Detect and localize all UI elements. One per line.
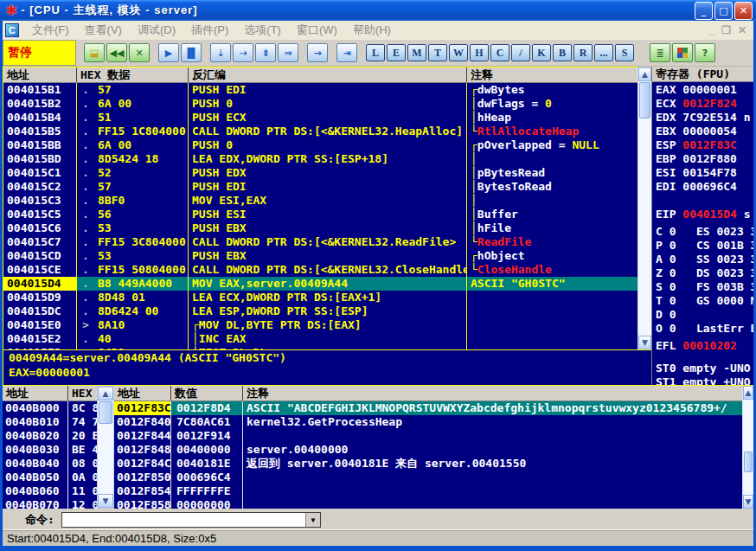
scroll-down-icon[interactable]: ▼ bbox=[638, 336, 651, 349]
disasm-row[interactable]: 004015C3.8BF0MOV ESI,EAX│ bbox=[3, 194, 637, 208]
scroll-up-icon[interactable]: ▲ bbox=[638, 67, 651, 81]
dump-row[interactable]: 0040B04008 0 bbox=[3, 457, 97, 471]
minimize-button[interactable]: _ bbox=[695, 2, 713, 20]
dump-row[interactable]: 0040B06011 0 bbox=[3, 484, 97, 498]
disasm-row[interactable]: 004015E0>8A10┌MOV DL,BYTE PTR DS:[EAX] bbox=[3, 318, 637, 332]
menu-item-选[interactable]: 选项(T) bbox=[236, 21, 289, 40]
disasm-hexbytes: .56 bbox=[77, 208, 189, 221]
disasm-row[interactable]: 004015B5.FF15 1C804000CALL DWORD PTR DS:… bbox=[3, 125, 637, 138]
register-row: EFL 00010202 bbox=[652, 339, 753, 353]
disasm-row[interactable]: 004015CD.53PUSH EBX┌hObject bbox=[3, 249, 637, 263]
menu-item-插[interactable]: 插件(P) bbox=[183, 21, 236, 40]
scroll-up-icon[interactable]: ▲ bbox=[743, 386, 753, 400]
menu-item-帮[interactable]: 帮助(H) bbox=[345, 21, 399, 40]
animate-over-button[interactable]: ⇒ bbox=[278, 43, 298, 62]
letter-button-W[interactable]: W bbox=[449, 44, 468, 61]
disasm-row[interactable]: 004015C2.57PUSH EDI│BytesToRead bbox=[3, 180, 637, 194]
dump-row[interactable]: 0040B01074 7 bbox=[3, 415, 97, 429]
letter-button-B[interactable]: B bbox=[553, 44, 572, 61]
stack-row[interactable]: 0012F85800000000 bbox=[114, 498, 742, 509]
step-into-button[interactable]: ⇣ bbox=[210, 43, 231, 62]
disasm-comment: │pBytesRead bbox=[467, 166, 637, 180]
menu-item-查[interactable]: 查看(V) bbox=[77, 21, 130, 40]
disasm-row[interactable]: 004015C5.56PUSH ESI│Buffer bbox=[3, 208, 637, 221]
stack-scrollbar[interactable]: ▲ ▼ bbox=[742, 386, 753, 509]
dump-hexbytes: 8C 8 bbox=[68, 401, 97, 415]
letter-button-H[interactable]: H bbox=[470, 44, 489, 61]
mdi-control[interactable]: ❐ bbox=[721, 24, 731, 36]
dump-row[interactable]: 0040B0008C 8 bbox=[3, 401, 97, 415]
disassembly-scrollbar[interactable]: ▲ ▼ bbox=[637, 67, 651, 349]
close-button[interactable]: ✕ bbox=[734, 2, 753, 20]
dump-scrollbar[interactable]: ▲ ▼ bbox=[97, 386, 114, 509]
disasm-row[interactable]: 004015C6.53PUSH EBX│hFile bbox=[3, 221, 637, 235]
animate-into-button[interactable]: ⇟ bbox=[255, 43, 276, 62]
restart-button[interactable]: ◀◀ bbox=[106, 43, 127, 62]
disasm-comment bbox=[467, 318, 637, 332]
maximize-button[interactable]: □ bbox=[714, 2, 733, 20]
stack-row[interactable]: 0012F84C0040181E返回到 server.0040181E 来自 s… bbox=[114, 457, 742, 471]
menu-item-调[interactable]: 调试(D) bbox=[130, 21, 183, 40]
execute-till-return-button[interactable]: ⇥ bbox=[336, 43, 357, 62]
letter-button-R[interactable]: R bbox=[573, 44, 593, 61]
disasm-row[interactable]: 004015B1.57PUSH EDI┌dwBytes bbox=[3, 83, 637, 97]
appearance-button[interactable] bbox=[672, 43, 693, 62]
disasm-row[interactable]: 004015D9.8D48 01LEA ECX,DWORD PTR DS:[EA… bbox=[3, 291, 637, 304]
menu-item-文[interactable]: 文件(F) bbox=[24, 21, 77, 40]
step-over-button[interactable]: ⇢ bbox=[233, 43, 253, 62]
run-to-selection-button[interactable]: → bbox=[307, 43, 328, 62]
disasm-row[interactable]: 004015D4.B8 449A4000MOV EAX,server.00409… bbox=[3, 277, 637, 291]
command-input[interactable] bbox=[62, 513, 305, 527]
mdi-control[interactable]: ✕ bbox=[738, 24, 746, 36]
disasm-row[interactable]: 004015C7.FF15 3C804000CALL DWORD PTR DS:… bbox=[3, 235, 637, 249]
disasm-row[interactable]: 004015B2.6A 00PUSH 0│dwFlags = 0 bbox=[3, 97, 637, 111]
close-process-button[interactable]: ✕ bbox=[129, 43, 150, 62]
stack-row[interactable]: 0012F84800400000server.00400000 bbox=[114, 443, 742, 457]
pause-button[interactable]: ▐▌ bbox=[181, 43, 202, 62]
letter-button-S[interactable]: S bbox=[615, 44, 634, 61]
command-combobox[interactable]: ▼ bbox=[61, 512, 321, 528]
disasm-row[interactable]: 004015BD.8D5424 18LEA EDX,DWORD PTR SS:[… bbox=[3, 152, 637, 166]
letter-button-M[interactable]: M bbox=[407, 44, 426, 61]
dump-row[interactable]: 0040B07012 0 bbox=[3, 498, 97, 509]
stack-row[interactable]: 0012F8440012F914 bbox=[114, 429, 742, 443]
dump-row[interactable]: 0040B0500A 0 bbox=[3, 471, 97, 484]
execute-till-return-icon: ⇥ bbox=[343, 48, 350, 59]
stack-row[interactable]: 0012F83C0012F8D4ASCII "ABCDEFGHIJKLMNOPQ… bbox=[114, 401, 742, 415]
letter-button-C[interactable]: C bbox=[490, 44, 509, 61]
disasm-row[interactable]: 004015E2.40│INC EAX bbox=[3, 332, 637, 346]
letter-button-K[interactable]: K bbox=[532, 44, 551, 61]
dump-row[interactable]: 0040B02020 E bbox=[3, 429, 97, 443]
stack-row[interactable]: 0012F854FFFFFFFE bbox=[114, 484, 742, 498]
scroll-thumb[interactable] bbox=[99, 401, 112, 424]
disasm-row[interactable]: 004015BB.6A 00PUSH 0┌pOverlapped = NULL bbox=[3, 138, 637, 152]
disasm-row[interactable]: 004015DC.8D6424 00LEA ESP,DWORD PTR SS:[… bbox=[3, 304, 637, 318]
disasm-row[interactable]: 004015CE.FF15 50804000CALL DWORD PTR DS:… bbox=[3, 263, 637, 277]
menu-item-窗[interactable]: 窗口(W) bbox=[289, 21, 345, 40]
disasm-row[interactable]: 004015B4.51PUSH ECX│hHeap bbox=[3, 111, 637, 125]
scroll-up-icon[interactable]: ▲ bbox=[98, 387, 113, 400]
run-button[interactable]: ▶ bbox=[158, 43, 179, 62]
letter-button-/[interactable]: / bbox=[511, 44, 530, 61]
scroll-down-icon[interactable]: ▼ bbox=[743, 495, 753, 509]
col-hex: HEX bbox=[68, 386, 97, 400]
letter-button-L[interactable]: L bbox=[366, 44, 385, 61]
mdi-control[interactable]: _ bbox=[708, 24, 714, 36]
letter-button-E[interactable]: E bbox=[387, 44, 406, 61]
disasm-comment: │hHeap bbox=[467, 111, 637, 125]
scroll-down-icon[interactable]: ▼ bbox=[98, 494, 113, 508]
help-button[interactable]: ? bbox=[695, 43, 715, 62]
dump-row[interactable]: 0040B030BE 4 bbox=[3, 443, 97, 457]
letter-button-...[interactable]: ... bbox=[594, 44, 613, 61]
scroll-thumb[interactable] bbox=[744, 452, 753, 472]
stack-row[interactable]: 0012F8407C80AC61kernel32.GetProcessHeap bbox=[114, 415, 742, 429]
scroll-thumb[interactable] bbox=[639, 82, 650, 119]
windows-list-button[interactable]: ≣ bbox=[650, 43, 670, 62]
disasm-address: 004015CE bbox=[3, 263, 77, 277]
chevron-down-icon[interactable]: ▼ bbox=[305, 513, 320, 527]
stack-row[interactable]: 0012F850000696C4 bbox=[114, 471, 742, 484]
disasm-hexbytes: .8D6424 00 bbox=[77, 304, 189, 318]
letter-button-T[interactable]: T bbox=[428, 44, 447, 61]
open-file-button[interactable]: ⬓ bbox=[84, 43, 105, 62]
disasm-row[interactable]: 004015C1.52PUSH EDX│pBytesRead bbox=[3, 166, 637, 180]
